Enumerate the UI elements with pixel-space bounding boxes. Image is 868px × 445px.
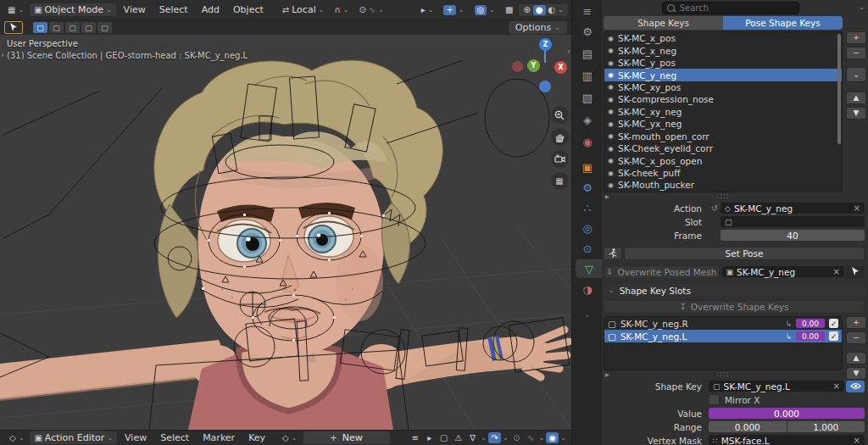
- browse-action-dropdown[interactable]: ◇ ⌄: [278, 433, 301, 443]
- pose-icon-button[interactable]: [604, 247, 622, 260]
- specials-menu-button[interactable]: ⌄: [846, 67, 866, 82]
- tab-shape-keys[interactable]: Shape Keys: [604, 16, 723, 30]
- tab-object-data[interactable]: ▽: [576, 259, 603, 278]
- tab-particles[interactable]: ∴: [572, 198, 603, 217]
- select-mode-new[interactable]: ▢: [33, 22, 47, 33]
- shape-key-list[interactable]: ◉SK-MC_x_pos ◉SK-MC_x_neg ◉SK-MC_y_pos ◉…: [604, 31, 843, 192]
- filter-icon[interactable]: ∇: [466, 432, 479, 443]
- options-dropdown[interactable]: Options ⌄: [509, 21, 567, 34]
- close-icon[interactable]: ×: [833, 267, 840, 276]
- menu-add[interactable]: Add: [196, 4, 225, 15]
- add-slot-button[interactable]: +: [846, 316, 866, 329]
- overwrite-shape-keys-button[interactable]: ↧ Overwrite Shape Keys: [604, 300, 865, 314]
- list-item[interactable]: ◉SK-cheek_puff: [604, 167, 842, 179]
- slot-field[interactable]: ▢: [721, 216, 865, 227]
- show-gizmo-toggle[interactable]: + ⌄: [439, 4, 468, 16]
- tab-scene[interactable]: ◈: [572, 110, 603, 129]
- remove-slot-button[interactable]: −: [846, 331, 866, 344]
- search-box[interactable]: [662, 2, 799, 14]
- range-min-field[interactable]: 0.000: [709, 421, 787, 432]
- move-up-button[interactable]: ▲: [846, 92, 866, 104]
- list-resize-grip[interactable]: ▶ ::::: [604, 192, 843, 199]
- mirror-x-checkbox[interactable]: [709, 394, 720, 405]
- action-field[interactable]: ◇ SK-MC_y_neg ×: [721, 203, 865, 214]
- pan-button[interactable]: [551, 128, 569, 146]
- close-icon[interactable]: ×: [854, 203, 860, 213]
- box-select-icon[interactable]: ▢: [437, 432, 450, 443]
- close-icon[interactable]: ×: [854, 436, 860, 445]
- list-item-selected[interactable]: ◉SK-MC_y_neg: [604, 69, 842, 81]
- move-down-button[interactable]: ▼: [846, 107, 866, 120]
- zoom-button[interactable]: [551, 106, 569, 124]
- mode-dropdown[interactable]: ▣ Object Mode ⌄: [30, 3, 115, 16]
- shape-key-field[interactable]: ▢ SK-MC_y_neg.L ×: [709, 381, 844, 392]
- menu-marker[interactable]: Marker: [197, 432, 241, 443]
- navigation-gizmo[interactable]: Z Y X: [505, 38, 568, 96]
- cycle-icon[interactable]: ↺: [709, 203, 721, 213]
- cursor-icon[interactable]: ▸: [423, 432, 436, 443]
- slots-resize-grip[interactable]: ▶ ::::: [604, 370, 843, 377]
- proportional-edit-toggle[interactable]: ⊙ ∿ ⌄: [354, 5, 387, 15]
- orientation-dropdown[interactable]: ⇄ Local ⌄: [278, 3, 329, 16]
- editor-mode-dropdown[interactable]: ▣ Action Editor ⌄: [30, 431, 117, 444]
- list-scrollbar[interactable]: [837, 34, 841, 144]
- select-mode-intersect[interactable]: ▢: [97, 22, 112, 33]
- panel-options-chevron[interactable]: ⌄: [859, 4, 865, 11]
- select-mode-extend[interactable]: ▢: [49, 22, 64, 33]
- frame-field[interactable]: 40: [721, 230, 865, 241]
- filter-expand-icon[interactable]: ▶: [605, 371, 609, 377]
- slot-item[interactable]: ▢ SK-MC_y_neg.R ↳ 0.00 ✓: [604, 317, 842, 330]
- search-input[interactable]: [678, 3, 775, 14]
- list-item[interactable]: ◉SK-MC_xy_pos: [604, 81, 842, 93]
- editor-type-button[interactable]: ▦ ⌄: [3, 5, 28, 15]
- tab-object[interactable]: ▣: [572, 158, 603, 176]
- snap-frame-icon[interactable]: ↷: [488, 432, 501, 443]
- slot-move-up-button[interactable]: ▲: [846, 352, 866, 364]
- tab-world[interactable]: ◉: [572, 132, 603, 151]
- slot-enabled-checkbox[interactable]: ✓: [829, 331, 838, 341]
- select-mode-subtract[interactable]: ▢: [65, 22, 80, 33]
- value-slider[interactable]: 0.000: [709, 408, 865, 419]
- pick-object-button[interactable]: [846, 265, 865, 279]
- active-tool-select-button[interactable]: [4, 21, 23, 34]
- tab-render[interactable]: ▤: [572, 44, 603, 63]
- tab-view-layer[interactable]: ▧: [572, 88, 603, 107]
- list-item[interactable]: ◉SK-Cheek_eyelid_corr: [604, 142, 842, 154]
- list-item[interactable]: ◉SK-MC_x_pos_open: [604, 154, 842, 166]
- list-item[interactable]: ◉SK-MC_x_pos: [604, 32, 842, 44]
- list-item[interactable]: ◉SK-MC_yx_neg: [604, 118, 842, 130]
- posed-mesh-field[interactable]: ▣ SK-MC_y_neg ×: [722, 266, 845, 277]
- range-max-field[interactable]: 1.000: [787, 421, 865, 432]
- perspective-toggle-button[interactable]: ▦: [551, 172, 569, 190]
- menu-select[interactable]: Select: [154, 432, 195, 443]
- autokey-icon[interactable]: ◉: [546, 432, 559, 443]
- list-item[interactable]: ◉SK-mouth_open_corr: [604, 131, 842, 142]
- gizmo-axis-y[interactable]: Y: [527, 59, 540, 72]
- tab-material[interactable]: ◑: [572, 280, 603, 298]
- xray-toggle[interactable]: ▩: [501, 5, 517, 15]
- slot-item-selected[interactable]: ▢ SK-MC_y_neg.L ↳ 0.00 ✓: [604, 330, 842, 342]
- show-overlays-toggle[interactable]: ◎ ⌄: [470, 4, 499, 16]
- visibility-dropdown[interactable]: ▸ ⌄: [417, 5, 438, 15]
- tab-modifiers[interactable]: ⚙: [572, 178, 603, 197]
- tab-physics[interactable]: ◎: [572, 219, 603, 237]
- select-mode-invert[interactable]: ▢: [81, 22, 96, 33]
- close-icon[interactable]: ×: [833, 381, 840, 391]
- remove-button[interactable]: −: [846, 47, 866, 59]
- slot-move-down-button[interactable]: ▼: [846, 367, 866, 380]
- tab-strip-overflow-chevron[interactable]: ⌄: [572, 305, 603, 324]
- new-action-button[interactable]: + New: [303, 431, 390, 444]
- add-button[interactable]: +: [846, 31, 866, 44]
- slot-value[interactable]: 0.00: [796, 331, 825, 341]
- proportional-icon[interactable]: ⊙: [510, 432, 523, 443]
- editor-properties-icon[interactable]: ≡: [572, 2, 603, 20]
- list-item[interactable]: ◉SK-MC_x_neg: [604, 44, 842, 56]
- menu-select[interactable]: Select: [153, 4, 194, 15]
- vertex-mask-field[interactable]: ∷ MSK-face.L ×: [709, 435, 865, 445]
- editor-type-button[interactable]: ◇ ⌄: [5, 433, 28, 443]
- viewport-canvas[interactable]: User Perspective (31) Scene Collection |…: [0, 35, 571, 430]
- slot-value[interactable]: 0.00: [796, 319, 825, 328]
- menu-object[interactable]: Object: [227, 4, 270, 15]
- camera-view-button[interactable]: [551, 150, 569, 168]
- list-item[interactable]: ◉SK-Mouth_pucker: [604, 179, 842, 191]
